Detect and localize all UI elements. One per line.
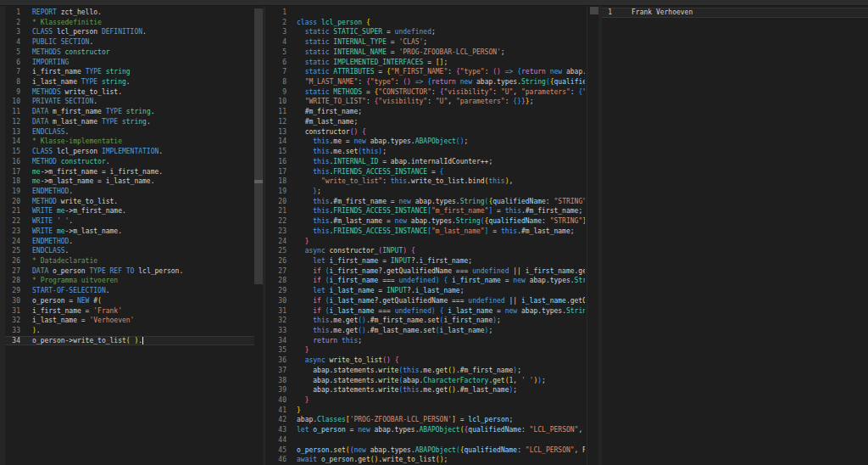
code-line[interactable]: 3 static STATIC_SUPER = undefined;	[265, 27, 585, 37]
code-line[interactable]: 43let o_person = new abap.types.ABAPObje…	[265, 425, 585, 435]
code-line[interactable]: 45o_person.set((new abap.types.ABAPObjec…	[265, 445, 585, 456]
code-line[interactable]: 32i_last_name = 'Verhoeven'	[5, 316, 254, 326]
code-lines[interactable]: 1REPORT zct_hello.2* Klassedefinitie3CLA…	[5, 8, 254, 345]
code-line[interactable]: 41}	[265, 406, 585, 416]
code-line[interactable]: 29 let i_last_name = INPUT?.i_last_name;	[265, 286, 585, 296]
code-line[interactable]: 15CLASS lcl_person IMPLEMENTATION.	[5, 147, 254, 157]
code-line[interactable]: 30 if (i_last_name?.getQualifiedName ===…	[265, 296, 585, 306]
line-number: 1	[265, 8, 287, 18]
code-line[interactable]: 12 #m_last_name;	[265, 117, 585, 127]
code-line[interactable]: 6IMPORTING	[5, 58, 254, 68]
line-number: 14	[5, 137, 20, 147]
code-line[interactable]: 27DATA o_person TYPE REF TO lcl_person.	[5, 266, 254, 277]
code-line[interactable]: 14* Klasse-implementatie	[5, 137, 254, 147]
code-line[interactable]: 37 abap.statements.write(this.me.get().#…	[265, 366, 585, 376]
js-scrollbar-thumb[interactable]	[590, 7, 598, 14]
editor-out[interactable]: 1Frank Verhoeven	[602, 6, 868, 465]
code-line[interactable]: 2class lcl_person {	[265, 18, 585, 28]
code-line[interactable]: 18 "write_to_list": this.write_to_list.b…	[265, 176, 585, 187]
code-line[interactable]: 40 }	[265, 395, 585, 406]
code-line[interactable]: 11 #m_first_name;	[265, 107, 585, 117]
code-line[interactable]: 24 }	[265, 237, 585, 247]
code-line[interactable]: 29START-OF-SELECTION.	[5, 286, 254, 296]
editor-js[interactable]: 12class lcl_person {3 static STATIC_SUPE…	[265, 6, 602, 465]
code-lines[interactable]: 1Frank Verhoeven	[602, 8, 868, 18]
code-text: i_last_name = 'Verhoeven'	[32, 316, 134, 326]
code-line[interactable]: 16METHOD constructor.	[5, 157, 254, 167]
code-line[interactable]: 21 this.FRIENDS_ACCESS_INSTANCE["m_first…	[265, 206, 585, 216]
code-line[interactable]: 6 static IMPLEMENTED_INTERFACES = [];	[265, 58, 585, 68]
code-line[interactable]: 42abap.Classes['PROG-ZFOOBAR-LCL_PERSON'…	[265, 415, 585, 425]
code-line[interactable]: 17 this.FRIENDS_ACCESS_INSTANCE = {	[265, 167, 585, 177]
code-line[interactable]: 33).	[5, 326, 254, 336]
code-line[interactable]: 21WRITE me->m_first_name.	[5, 206, 254, 216]
editor-abap[interactable]: 1REPORT zct_hello.2* Klassedefinitie3CLA…	[5, 6, 263, 465]
code-line[interactable]: 27 if (i_first_name?.getQualifiedName ==…	[265, 266, 585, 277]
code-line[interactable]: 12DATA m_last_name TYPE string.	[5, 117, 254, 127]
code-line[interactable]: 28 if (i_first_name === undefined) { i_f…	[265, 276, 585, 286]
code-line[interactable]: 19 };	[265, 187, 585, 197]
code-line[interactable]: 13 constructor() {	[265, 127, 585, 137]
code-line[interactable]: 18me->m_last_name = i_last_name.	[5, 176, 254, 187]
line-number: 16	[5, 157, 20, 167]
line-number: 23	[265, 227, 287, 237]
code-line[interactable]: 4 static INTERNAL_TYPE = 'CLAS';	[265, 37, 585, 48]
code-line[interactable]: 22 this.#m_last_name = new abap.types.St…	[265, 216, 585, 227]
code-line[interactable]: 20METHOD write_to_list.	[5, 197, 254, 207]
line-number: 42	[265, 415, 287, 425]
code-line[interactable]: 15 this.me.set(this);	[265, 147, 585, 157]
text-cursor	[142, 337, 143, 345]
code-line[interactable]: 23WRITE me->m_last_name.	[5, 227, 254, 237]
code-line[interactable]: 8 "M_LAST_NAME": {"type": () => {return …	[265, 77, 585, 87]
line-number: 7	[5, 67, 20, 77]
code-line[interactable]: 16 this.INTERNAL_ID = abap.internalIdCou…	[265, 157, 585, 167]
code-line[interactable]: 35 }	[265, 345, 585, 356]
code-lines[interactable]: 12class lcl_person {3 static STATIC_SUPE…	[265, 8, 585, 465]
code-line[interactable]: 34 return this;	[265, 336, 585, 346]
code-line[interactable]: 25 async constructor_(INPUT) {	[265, 246, 585, 256]
abap-scrollbar-thumb[interactable]	[254, 8, 263, 284]
code-line[interactable]: 34o_person->write_to_list( ).	[5, 336, 254, 346]
code-line[interactable]: 44	[265, 435, 585, 445]
code-line[interactable]: 10 "WRITE_TO_LIST": {"visibility": "U", …	[265, 97, 585, 107]
code-line[interactable]: 26 let i_first_name = INPUT?.i_first_nam…	[265, 256, 585, 266]
code-line[interactable]: 4PUBLIC SECTION.	[5, 37, 254, 48]
code-line[interactable]: 10PRIVATE SECTION.	[5, 97, 254, 107]
line-number: 2	[5, 18, 20, 28]
code-line[interactable]: 32 this.me.get().#m_first_name.set(i_fir…	[265, 316, 585, 326]
code-line[interactable]: 20 this.#m_first_name = new abap.types.S…	[265, 197, 585, 207]
code-line[interactable]: 7 static ATTRIBUTES = {"M_FIRST_NAME": {…	[265, 67, 585, 77]
code-line[interactable]: 3CLASS lcl_person DEFINITION.	[5, 27, 254, 37]
code-line[interactable]: 13ENDCLASS.	[5, 127, 254, 137]
code-line[interactable]: 28* Programma uitvoeren	[5, 276, 254, 286]
code-line[interactable]: 38 abap.statements.write(abap.CharacterF…	[265, 376, 585, 386]
code-line[interactable]: 14 this.me = new abap.types.ABAPObject()…	[265, 137, 585, 147]
code-line[interactable]: 23 this.FRIENDS_ACCESS_INSTANCE["m_last_…	[265, 227, 585, 237]
code-line[interactable]: 24ENDMETHOD.	[5, 237, 254, 247]
code-line[interactable]: 1	[265, 8, 585, 18]
code-line[interactable]: 7i_first_name TYPE string	[5, 67, 254, 77]
code-line[interactable]: 11DATA m_first_name TYPE string.	[5, 107, 254, 117]
line-number: 11	[265, 107, 287, 117]
code-line[interactable]: 39 abap.statements.write(this.me.get().#…	[265, 385, 585, 395]
line-number: 18	[265, 176, 287, 187]
code-line[interactable]: 36 async write_to_list() {	[265, 356, 585, 366]
code-line[interactable]: 46await o_person.get().write_to_list();	[265, 455, 585, 465]
code-line[interactable]: 5METHODS constructor	[5, 48, 254, 58]
code-line[interactable]: 1REPORT zct_hello.	[5, 8, 254, 18]
code-line[interactable]: 9METHODS write_to_list.	[5, 87, 254, 98]
code-line[interactable]: 1Frank Verhoeven	[602, 8, 868, 18]
code-line[interactable]: 5 static INTERNAL_NAME = 'PROG-ZFOOBAR-L…	[265, 48, 585, 58]
code-line[interactable]: 26* Datadeclaratie	[5, 256, 254, 266]
code-line[interactable]: 31i_first_name = 'Frank'	[5, 306, 254, 317]
code-line[interactable]: 19ENDMETHOD.	[5, 187, 254, 197]
code-line[interactable]: 31 if (i_last_name === undefined) { i_la…	[265, 306, 585, 317]
code-line[interactable]: 8i_last_name TYPE string.	[5, 77, 254, 87]
code-line[interactable]: 33 this.me.get().#m_last_name.set(i_last…	[265, 326, 585, 336]
code-line[interactable]: 17me->m_first_name = i_first_name.	[5, 167, 254, 177]
code-line[interactable]: 22WRITE ' '.	[5, 216, 254, 227]
code-line[interactable]: 9 static METHODS = {"CONSTRUCTOR": {"vis…	[265, 87, 585, 98]
code-line[interactable]: 25ENDCLASS.	[5, 246, 254, 256]
code-line[interactable]: 30o_person = NEW #(	[5, 296, 254, 306]
code-line[interactable]: 2* Klassedefinitie	[5, 18, 254, 28]
